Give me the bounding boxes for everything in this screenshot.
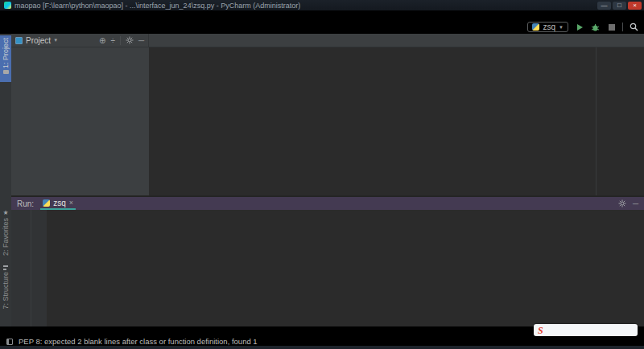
run-tool-window: Run: zsq × ─ (11, 195, 644, 326)
pycharm-window: maopao [F:\learn\python\maopao] - ...\in… (0, 0, 644, 349)
run-controls: zsq ▼ (527, 22, 639, 32)
chevron-down-icon: ▼ (559, 25, 564, 30)
project-panel-header: Project ▼ ⊕ ÷ ─ (11, 34, 149, 47)
content-row (11, 47, 644, 195)
divider (622, 23, 623, 31)
project-panel-title[interactable]: Project (26, 36, 51, 45)
python-file-icon (43, 199, 50, 207)
divider (120, 36, 121, 45)
windows-taskbar-sliver (0, 346, 644, 349)
status-message: PEP 8: expected 2 blank lines after clas… (19, 337, 258, 346)
left-tool-stripe: 1: Project ★ 2: Favorites 7: Structure (0, 34, 11, 326)
python-file-icon (532, 23, 539, 31)
project-tree (11, 47, 149, 195)
stripe-tab-project-label: 1: Project (2, 38, 10, 68)
mid-right: Project ▼ ⊕ ÷ ─ (11, 34, 644, 326)
tool-window-toggle-icon[interactable] (6, 339, 13, 345)
settings-icon[interactable] (126, 36, 134, 44)
close-button[interactable]: × (628, 2, 642, 10)
status-bar: PEP 8: expected 2 blank lines after clas… (0, 337, 644, 346)
minimize-button[interactable]: — (597, 2, 611, 10)
run-header-icons: ─ (618, 199, 638, 208)
run-toolbar-right (31, 210, 47, 326)
settings-icon[interactable] (618, 199, 626, 207)
right-margin-guide (596, 47, 597, 195)
window-controls: — □ × (597, 2, 642, 10)
stripe-tab-project[interactable]: 1: Project (0, 35, 11, 82)
editor-tabs (149, 34, 644, 47)
run-configuration-name: zsq (543, 23, 555, 31)
run-panel-label: Run: (17, 199, 34, 208)
star-icon: ★ (2, 209, 8, 216)
maximize-button[interactable]: □ (613, 2, 626, 10)
stripe-tab-structure[interactable]: 7: Structure (0, 265, 11, 317)
locate-icon[interactable]: ⊕ (99, 36, 105, 45)
stripe-tab-favorites-label: 2: Favorites (2, 218, 10, 256)
chevron-down-icon[interactable]: ▼ (53, 38, 58, 43)
menu-bar (0, 10, 644, 20)
run-panel-body (11, 210, 644, 326)
main-area: 1: Project ★ 2: Favorites 7: Structure P… (0, 34, 644, 326)
stop-button[interactable] (606, 22, 617, 32)
project-tool-window-icon (15, 37, 23, 44)
stripe-tab-structure-label: 7: Structure (2, 272, 10, 310)
run-tab-zsq[interactable]: zsq × (40, 197, 76, 210)
pycharm-logo-icon (4, 2, 11, 9)
sogou-logo-icon[interactable]: S (538, 326, 543, 335)
run-toolbar-left (11, 210, 31, 326)
hide-icon[interactable]: ─ (138, 36, 144, 45)
folder-icon (3, 70, 9, 74)
debug-button[interactable] (590, 22, 601, 32)
run-configuration-select[interactable]: zsq ▼ (527, 22, 568, 32)
window-title: maopao [F:\learn\python\maopao] - ...\in… (14, 2, 300, 10)
hide-icon[interactable]: ─ (633, 199, 638, 208)
warning-stripe[interactable] (638, 47, 644, 195)
navigation-bar: zsq ▼ (0, 20, 644, 34)
stripe-tab-favorites[interactable]: ★ 2: Favorites (0, 209, 11, 257)
run-panel-header: Run: zsq × ─ (11, 197, 644, 210)
title-bar: maopao [F:\learn\python\maopao] - ...\in… (0, 0, 644, 10)
tab-row: Project ▼ ⊕ ÷ ─ (11, 34, 644, 47)
close-icon[interactable]: × (69, 199, 73, 207)
collapse-all-icon[interactable]: ÷ (110, 36, 115, 45)
code-editor[interactable] (149, 47, 644, 195)
sogou-ime-bar[interactable]: S (534, 324, 638, 336)
project-header-icons: ⊕ ÷ ─ (99, 36, 144, 45)
run-button[interactable] (574, 22, 584, 32)
structure-icon (3, 265, 8, 270)
search-icon[interactable] (629, 22, 639, 32)
run-tab-label: zsq (53, 199, 66, 207)
run-console[interactable] (47, 210, 644, 326)
